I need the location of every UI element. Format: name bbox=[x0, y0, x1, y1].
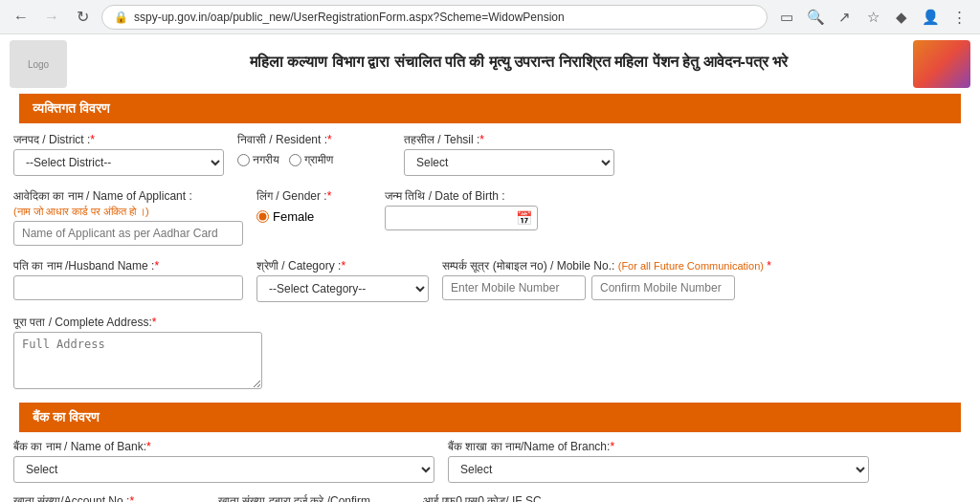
full-address-label: पूरा पता / Complete Address:* bbox=[13, 316, 262, 329]
district-group: जनपद / District :* --Select District-- bbox=[13, 133, 224, 176]
bank-section-header: बैंक का विवरण bbox=[19, 403, 961, 432]
dob-group: जन्म तिथि / Date of Birth : 📅 bbox=[385, 189, 538, 230]
confirm-account-label: खाता संख्या दुबारा दर्ज करे /Confirm Acc… bbox=[218, 494, 410, 502]
profile-icon[interactable]: 👤 bbox=[919, 6, 942, 29]
husband-name-label: पति का नाम /Husband Name :* bbox=[13, 259, 243, 273]
branch-name-label: बैंक शाखा का नाम/Name of Branch:* bbox=[448, 440, 869, 453]
form-row-1: जनपद / District :* --Select District-- न… bbox=[10, 123, 970, 180]
husband-name-group: पति का नाम /Husband Name :* bbox=[13, 259, 243, 300]
resident-rural-radio[interactable] bbox=[289, 154, 301, 166]
ifsc-label: आई एफ़0 एस0 कोड/ IF SC Code : bbox=[423, 494, 547, 502]
account-no-label: खाता संख्या/Account No.:* bbox=[13, 494, 205, 502]
full-address-group: पूरा पता / Complete Address:* bbox=[13, 316, 262, 389]
confirm-mobile-input[interactable] bbox=[591, 275, 735, 300]
page-title: महिला कल्याण विभाग द्वारा संचालित पति की… bbox=[67, 48, 970, 80]
browser-actions: ▭ 🔍 ↗ ☆ ◆ 👤 ⋮ bbox=[775, 6, 970, 29]
bookmark-icon[interactable]: ☆ bbox=[861, 6, 884, 29]
category-label: श्रेणी / Category :* bbox=[256, 259, 429, 273]
dob-input-wrapper: 📅 bbox=[385, 206, 538, 230]
address-bar[interactable]: 🔒 sspy-up.gov.in/oap/public_new/UserRegi… bbox=[101, 5, 768, 30]
tehsil-select[interactable]: Select bbox=[404, 149, 614, 176]
page-wrapper: Logo महिला कल्याण विभाग द्वारा संचालित प… bbox=[0, 34, 980, 502]
dob-input[interactable] bbox=[385, 206, 538, 230]
tehsil-label: तहसील / Tehsil :* bbox=[404, 133, 614, 146]
husband-name-input[interactable] bbox=[13, 275, 243, 300]
form-row-3: पति का नाम /Husband Name :* श्रेणी / Cat… bbox=[10, 250, 970, 306]
reload-button[interactable]: ↻ bbox=[71, 6, 94, 29]
lock-icon: 🔒 bbox=[114, 11, 128, 24]
mobile-label: सम्पर्क सूत्र (मोबाइल नo) / Mobile No.: … bbox=[442, 259, 771, 273]
resident-group: निवासी / Resident :* नगरीय ग्रामीण bbox=[237, 133, 390, 166]
forward-button[interactable]: → bbox=[40, 6, 63, 29]
cast-icon[interactable]: ▭ bbox=[775, 6, 798, 29]
confirm-account-group: खाता संख्या दुबारा दर्ज करे /Confirm Acc… bbox=[218, 494, 410, 502]
back-button[interactable]: ← bbox=[10, 6, 33, 29]
bank-section: बैंक का विवरण बैंक का नाम / Name of Bank… bbox=[0, 403, 980, 502]
gender-label: लिंग / Gender :* bbox=[256, 189, 371, 203]
applicant-name-label: आवेदिका का नाम / Name of Applicant : bbox=[13, 189, 243, 203]
district-label: जनपद / District :* bbox=[13, 133, 224, 146]
mobile-inputs-wrapper bbox=[442, 275, 771, 300]
calendar-icon[interactable]: 📅 bbox=[516, 210, 532, 226]
mobile-group: सम्पर्क सूत्र (मोबाइल नo) / Mobile No.: … bbox=[442, 259, 771, 300]
bank-name-label: बैंक का नाम / Name of Bank:* bbox=[13, 440, 434, 453]
gender-radio-group: Female bbox=[256, 206, 371, 224]
applicant-name-group: आवेदिका का नाम / Name of Applicant : (ना… bbox=[13, 189, 243, 246]
extension-icon[interactable]: ◆ bbox=[890, 6, 913, 29]
mobile-input[interactable] bbox=[442, 275, 586, 300]
logo-left: Logo bbox=[10, 40, 67, 88]
form-row-4: पूरा पता / Complete Address:* bbox=[10, 306, 970, 393]
ifsc-group: आई एफ़0 एस0 कोड/ IF SC Code : bbox=[423, 494, 547, 502]
branch-name-select[interactable]: Select bbox=[448, 456, 869, 483]
search-icon[interactable]: 🔍 bbox=[804, 6, 827, 29]
full-address-textarea[interactable] bbox=[13, 332, 262, 389]
bank-name-group: बैंक का नाम / Name of Bank:* Select bbox=[13, 440, 434, 483]
ifsc-note-text: ** प्रदर्शित किया IFSC कोड आपके IFSC कोड… bbox=[561, 494, 829, 502]
bank-name-select[interactable]: Select bbox=[13, 456, 434, 483]
header-logo: Logo महिला कल्याण विभाग द्वारा संचालित प… bbox=[0, 34, 980, 94]
category-group: श्रेणी / Category :* --Select Category-- bbox=[256, 259, 429, 302]
ifsc-note-group: ** प्रदर्शित किया IFSC कोड आपके IFSC कोड… bbox=[561, 494, 967, 502]
resident-urban-radio[interactable] bbox=[237, 154, 250, 166]
tehsil-group: तहसील / Tehsil :* Select bbox=[404, 133, 614, 176]
share-icon[interactable]: ↗ bbox=[833, 6, 856, 29]
district-select[interactable]: --Select District-- bbox=[13, 149, 224, 176]
account-no-group: खाता संख्या/Account No.:* bbox=[13, 494, 205, 502]
applicant-name-sub-label: (नाम जो आधार कार्ड पर अंकित हो ।) bbox=[13, 206, 243, 218]
gender-female-radio[interactable] bbox=[256, 210, 269, 223]
bank-row-1: बैंक का नाम / Name of Bank:* Select बैंक… bbox=[10, 432, 970, 487]
dob-label: जन्म तिथि / Date of Birth : bbox=[385, 189, 538, 203]
form-row-2: आवेदिका का नाम / Name of Applicant : (ना… bbox=[10, 180, 970, 250]
menu-icon[interactable]: ⋮ bbox=[947, 6, 970, 29]
url-text: sspy-up.gov.in/oap/public_new/UserRegist… bbox=[134, 11, 565, 24]
gender-female-label: Female bbox=[273, 209, 314, 224]
resident-label: निवासी / Resident :* bbox=[237, 133, 390, 146]
category-select[interactable]: --Select Category-- bbox=[256, 275, 429, 302]
applicant-name-input[interactable] bbox=[13, 221, 243, 246]
browser-bar: ← → ↻ 🔒 sspy-up.gov.in/oap/public_new/Us… bbox=[0, 0, 980, 34]
resident-radio-group: नगरीय ग्रामीण bbox=[237, 149, 390, 166]
gender-group: लिंग / Gender :* Female bbox=[256, 189, 371, 224]
branch-name-group: बैंक शाखा का नाम/Name of Branch:* Select bbox=[448, 440, 869, 483]
bank-row-2: खाता संख्या/Account No.:* खाता संख्या दु… bbox=[10, 487, 970, 502]
resident-rural-label: ग्रामीण bbox=[289, 153, 333, 166]
mobile-label-suffix: (For all Future Communication) bbox=[618, 260, 764, 272]
logo-right bbox=[913, 40, 970, 88]
resident-urban-label: नगरीय bbox=[237, 153, 279, 166]
personal-section-header: व्यक्तिगत विवरण bbox=[19, 94, 961, 123]
personal-section: व्यक्तिगत विवरण जनपद / District :* --Sel… bbox=[0, 94, 980, 403]
